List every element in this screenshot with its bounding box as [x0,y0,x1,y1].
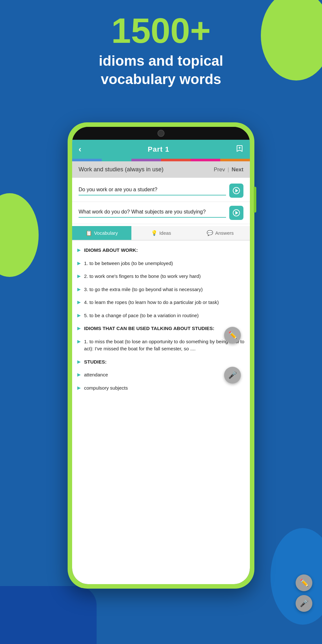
arrow-icon-8: ▶ [77,339,81,344]
tab-ideas[interactable]: 💡 Ideas [131,226,191,240]
question-item-2: What work do you do? What subjects are y… [72,202,250,224]
arrow-icon-6: ▶ [77,313,81,318]
tab-vocabulary-label: Vocabulary [94,230,118,236]
topic-section: Work and studies (always in use) Prev | … [72,161,250,178]
svg-marker-5 [236,212,238,214]
phone-outer: ‹ Part 1 [68,122,254,589]
content-text-7: IDIOMS THAT CAN BE USED TALKING ABOUT ST… [84,325,214,332]
question-text-1: Do you work or are you a student? [79,186,226,195]
question-text-2: What work do you do? What subjects are y… [79,208,226,217]
progress-bar-1 [72,159,102,161]
arrow-icon-3: ▶ [77,273,81,279]
answers-icon: 💬 [207,230,213,236]
content-text-9: STUDIES: [84,358,107,366]
mic-icon: 🎤 [228,371,237,379]
arrow-icon-7: ▶ [77,326,81,331]
phone-wrapper: ‹ Part 1 [68,122,254,589]
phone-screen: ‹ Part 1 [72,140,250,584]
list-item-3: ▶ 2. to work one's fingers to the bone (… [72,270,250,283]
edit-icon: ✏️ [300,579,308,587]
header-subtitle: idioms and topicalvocabulary words [13,52,309,88]
content-text-5: 4. to learn the ropes (to learn how to d… [84,299,219,306]
topic-nav: Prev | Next [214,166,243,173]
arrow-icon-4: ▶ [77,287,81,292]
phone-side-button [254,187,256,213]
vocabulary-icon: 📋 [86,230,92,236]
progress-bar-3 [131,159,161,161]
fabs-container: ✏️ 🎤 [296,574,312,612]
content-list: ▶ IDIOMS ABOUT WORK: ▶ 1. to be between … [72,241,250,398]
list-item-11: ▶ compulsory subjects [72,382,250,395]
phone-camera [157,130,165,137]
list-item-1: ▶ IDIOMS ABOUT WORK: [72,244,250,257]
progress-bar-6 [220,159,250,161]
svg-marker-3 [236,189,238,192]
phone-notch [72,127,250,140]
list-item-9: ▶ STUDIES: [72,355,250,369]
tabs-section: 📋 Vocabulary 💡 Ideas 💬 Answers [72,226,250,241]
next-button[interactable]: Next [232,166,243,173]
list-item-4: ▶ 3. to go the extra mile (to go beyond … [72,283,250,296]
bg-blob-bottom-left [0,586,97,644]
nav-divider: | [228,166,229,173]
header-section: 1500+ idioms and topicalvocabulary words [0,13,322,88]
tab-answers-label: Answers [215,230,234,236]
content-text-10: attendance [84,371,108,379]
play-button-2[interactable] [229,206,243,220]
question-item-1: Do you work or are you a student? [72,180,250,202]
list-item-10: ▶ attendance [72,368,250,382]
list-item-5: ▶ 4. to learn the ropes (to learn how to… [72,296,250,309]
arrow-icon-2: ▶ [77,260,81,266]
fab-edit-button[interactable]: ✏️ [224,327,241,344]
tab-ideas-label: Ideas [159,230,171,236]
questions-section: Do you work or are you a student? What w… [72,178,250,226]
progress-bar-2 [102,159,131,161]
arrow-icon-5: ▶ [77,299,81,305]
arrow-icon-11: ▶ [77,385,81,390]
bookmark-button[interactable] [236,145,243,154]
app-header: ‹ Part 1 [72,140,250,159]
prev-button[interactable]: Prev [214,166,225,173]
fab-mic-button[interactable]: 🎤 [296,595,312,612]
mic-icon: 🎤 [300,599,308,608]
content-text-4: 3. to go the extra mile (to go beyond wh… [84,286,203,293]
progress-bar-4 [161,159,191,161]
edit-icon: ✏️ [228,331,237,339]
content-text-6: 5. to be a change of pace (to be a varia… [84,312,199,319]
fab-edit-button[interactable]: ✏️ [296,574,312,591]
fab-mic-button[interactable]: 🎤 [224,367,241,384]
play-button-1[interactable] [229,184,243,198]
back-button[interactable]: ‹ [79,144,81,154]
tab-answers[interactable]: 💬 Answers [191,226,250,240]
list-item-7: ▶ IDIOMS THAT CAN BE USED TALKING ABOUT … [72,322,250,335]
list-item-6: ▶ 5. to be a change of pace (to be a var… [72,309,250,322]
content-text-11: compulsory subjects [84,384,128,392]
arrow-icon-10: ▶ [77,372,81,377]
progress-bar-5 [191,159,220,161]
app-title: Part 1 [148,145,169,154]
arrow-icon-9: ▶ [77,359,81,364]
ideas-icon: 💡 [151,230,157,236]
topic-title: Work and studies (always in use) [79,166,211,173]
list-item-8: ▶ 1. to miss the boat (to lose an opport… [72,335,250,355]
arrow-icon-1: ▶ [77,247,81,252]
content-text-3: 2. to work one's fingers to the bone (to… [84,273,201,280]
content-text-8: 1. to miss the boat (to lose an opportun… [84,338,245,353]
list-item-2: ▶ 1. to be between jobs (to be unemploye… [72,257,250,270]
content-text-2: 1. to be between jobs (to be unemployed) [84,260,173,267]
content-text-1: IDIOMS ABOUT WORK: [84,247,138,254]
tab-vocabulary[interactable]: 📋 Vocabulary [72,226,131,240]
phone-inner: ‹ Part 1 [72,127,250,584]
header-number: 1500+ [13,13,309,48]
progress-bars [72,159,250,161]
